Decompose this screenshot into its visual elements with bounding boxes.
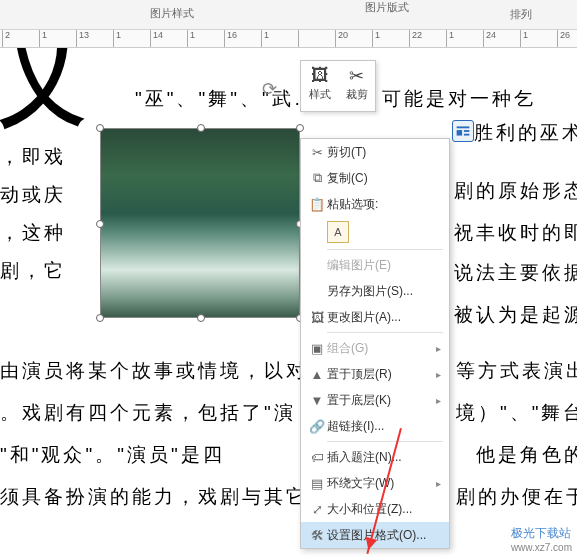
svg-rect-0 — [457, 126, 470, 128]
document-canvas[interactable]: 乂 "巫"、"舞"、"武……源，可能是对一种乞 ，即戏 胜利的巫术 动或庆 剧的… — [0, 48, 577, 558]
submenu-arrow-icon: ▸ — [436, 395, 441, 406]
resize-handle-nw[interactable] — [96, 124, 104, 132]
menu-separator — [327, 332, 443, 333]
rotate-handle-icon[interactable]: ⟳ — [262, 78, 277, 100]
ribbon-group-styles: 图片样式 — [150, 6, 194, 21]
ribbon-group-arrange: 排列 — [510, 7, 532, 22]
text-line: 。戏剧有四个元素，包括了"演 — [0, 400, 296, 426]
menu-send-back[interactable]: ▼ 置于底层(K) ▸ — [301, 387, 449, 413]
menu-group: ▣ 组合(G) ▸ — [301, 335, 449, 361]
group-icon: ▣ — [307, 341, 327, 356]
svg-rect-2 — [464, 130, 469, 132]
text-line: "和"观众"。"演员"是四 — [0, 442, 225, 468]
text-line: 剧的原始形态 — [454, 178, 577, 204]
watermark-site: 极光下载站 — [511, 525, 572, 542]
svg-rect-1 — [457, 130, 462, 135]
layout-options-button[interactable] — [452, 120, 474, 142]
paste-options-row: A — [301, 217, 449, 247]
caption-icon: 🏷 — [307, 450, 327, 465]
text-line: 剧的办便在于 — [456, 484, 577, 510]
ribbon-bar: 图片样式 图片版式 排列 — [0, 0, 577, 30]
style-button[interactable]: 🖼 样式 — [301, 61, 338, 111]
submenu-arrow-icon: ▸ — [436, 478, 441, 489]
text-line: 他是角色的 — [476, 442, 577, 468]
resize-handle-w[interactable] — [96, 220, 104, 228]
text-line: 胜利的巫术 — [474, 120, 577, 146]
text-line: 剧，它 — [0, 258, 66, 284]
watermark: 极光下载站 www.xz7.com — [511, 525, 572, 553]
resize-handle-s[interactable] — [197, 314, 205, 322]
resize-handle-n[interactable] — [197, 124, 205, 132]
text-line: 由演员将某个故事或情境，以对 — [0, 358, 308, 384]
menu-bring-front[interactable]: ▲ 置于顶层(R) ▸ — [301, 361, 449, 387]
text-line: 被认为是起源 — [454, 302, 577, 328]
menu-insert-caption[interactable]: 🏷 插入题注(N)... — [301, 444, 449, 470]
mini-toolbar: 🖼 样式 ✂ 裁剪 — [300, 60, 376, 112]
text-line: 须具备扮演的能力，戏剧与其它 — [0, 484, 308, 510]
copy-icon: ⧉ — [307, 170, 327, 186]
text-line: 动或庆 — [0, 182, 66, 208]
format-picture-icon: 🛠 — [307, 528, 327, 543]
menu-hyperlink[interactable]: 🔗 超链接(I)... — [301, 413, 449, 439]
resize-handle-ne[interactable] — [296, 124, 304, 132]
text-line: 说法主要依据 — [454, 260, 577, 286]
text-line: ，这种 — [0, 220, 66, 246]
menu-edit-image: 编辑图片(E) — [301, 252, 449, 278]
menu-copy[interactable]: ⧉ 复制(C) — [301, 165, 449, 191]
hyperlink-icon: 🔗 — [307, 419, 327, 434]
watermark-url: www.xz7.com — [511, 542, 572, 553]
size-icon: ⤢ — [307, 502, 327, 517]
ribbon-group-format[interactable]: 图片版式 — [365, 0, 409, 15]
style-label: 样式 — [309, 88, 331, 100]
text-line: 境）"、"舞台 — [456, 400, 577, 426]
resize-handle-sw[interactable] — [96, 314, 104, 322]
menu-separator — [327, 249, 443, 250]
selected-image[interactable] — [100, 128, 300, 318]
submenu-arrow-icon: ▸ — [436, 369, 441, 380]
crop-icon: ✂ — [338, 65, 375, 87]
bring-front-icon: ▲ — [307, 367, 327, 382]
picture-style-icon: 🖼 — [301, 65, 338, 87]
menu-paste-options-header: 📋 粘贴选项: — [301, 191, 449, 217]
clipboard-icon: 📋 — [307, 197, 327, 212]
send-back-icon: ▼ — [307, 393, 327, 408]
menu-wrap-text[interactable]: ▤ 环绕文字(W) ▸ — [301, 470, 449, 496]
text-line: 等方式表演出 — [456, 358, 577, 384]
crop-label: 裁剪 — [346, 88, 368, 100]
text-line: ，即戏 — [0, 144, 66, 170]
svg-rect-3 — [464, 134, 469, 136]
change-image-icon: 🖼 — [307, 310, 327, 325]
scissors-icon: ✂ — [307, 145, 327, 160]
context-menu: ✂ 剪切(T) ⧉ 复制(C) 📋 粘贴选项: A 编辑图片(E) 另存为图片(… — [300, 138, 450, 549]
menu-separator — [327, 441, 443, 442]
paste-keep-text-icon[interactable]: A — [327, 221, 349, 243]
menu-save-as-image[interactable]: 另存为图片(S)... — [301, 278, 449, 304]
horizontal-ruler: 2113114116120122124126128130132134136138… — [0, 30, 577, 48]
heading-fragment: 乂 — [0, 48, 85, 143]
wrap-text-icon: ▤ — [307, 476, 327, 491]
submenu-arrow-icon: ▸ — [436, 343, 441, 354]
menu-change-image[interactable]: 🖼 更改图片(A)... — [301, 304, 449, 330]
crop-button[interactable]: ✂ 裁剪 — [338, 61, 375, 111]
text-line: 祝丰收时的即 — [454, 220, 577, 246]
menu-cut[interactable]: ✂ 剪切(T) — [301, 139, 449, 165]
